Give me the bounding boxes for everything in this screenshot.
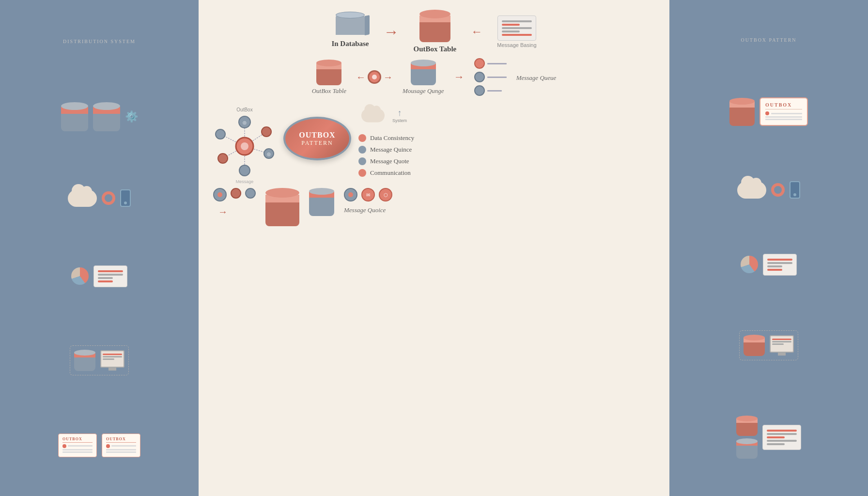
doc2-line3 <box>106 451 136 453</box>
right-pie-chart <box>741 256 758 273</box>
r-card-l2 <box>767 262 792 264</box>
msg-queue-label-1: Mousage Qunge <box>403 87 444 95</box>
r-card-l3 <box>767 265 782 267</box>
left-panel: DISTRIBUTION SYSTEM ⚙️ <box>0 0 199 496</box>
outbox-doc-2: OUTBOX <box>102 434 140 457</box>
left-panel-title: DISTRIBUTION SYSTEM <box>63 39 136 44</box>
center-top-row: In Database → OutBox Table ← Messag <box>213 10 655 53</box>
bottom-node-row <box>213 188 256 202</box>
center-cloud-icon <box>361 109 385 123</box>
bottom-queue-label: Message Quoice <box>344 206 386 214</box>
top-arrow-2: ← <box>471 25 482 38</box>
right-stack-db-1 <box>736 416 758 436</box>
left-db-1 <box>61 102 88 131</box>
q-circle-2 <box>474 72 485 82</box>
cloud-icon <box>68 190 97 207</box>
svg-point-12 <box>218 154 228 163</box>
rb-card-l1 <box>767 430 797 432</box>
db1-body <box>61 107 88 131</box>
right-panel-title: OUTBOX PATTERN <box>741 37 796 43</box>
card-line-3 <box>98 277 113 279</box>
outbox-table-top-section: OutBox Table <box>413 10 456 53</box>
up-arrow-section: ↑ System <box>392 108 407 123</box>
message-queue-mid-section: Mousage Qunge <box>403 60 444 95</box>
left-cloud-row <box>68 189 131 207</box>
doc2-line2 <box>106 449 136 450</box>
queue-row-3 <box>474 85 502 96</box>
rb-card-l3 <box>767 436 785 438</box>
r-monitor-line-3 <box>772 343 784 345</box>
doc1-line1 <box>68 445 93 447</box>
left-outbox-docs: OUTBOX OUTBOX <box>58 434 140 457</box>
msgq-body <box>411 63 436 85</box>
q-line-3 <box>487 90 502 92</box>
top-subtext: Message Basing <box>497 42 536 48</box>
node-ring-section: OutBox ◎ ◎ <box>213 107 276 184</box>
connector-inner <box>372 75 377 79</box>
queue-row-2 <box>474 72 507 82</box>
center-panel: In Database → OutBox Table ← Messag <box>199 0 669 496</box>
right-monitor-icon <box>770 335 794 353</box>
outbox-card-line-2 <box>765 116 802 118</box>
svg-text:◎: ◎ <box>267 152 271 156</box>
right-cloud-row <box>737 181 800 199</box>
bm-db-top <box>265 188 299 198</box>
right-monitor-screen <box>771 336 793 347</box>
outbox-table-mid-label: OutBox Table <box>312 87 346 95</box>
outbox-card-row-1 <box>765 111 802 115</box>
bottom-queue-section: ✉ ⬡ Message Quoice <box>344 188 392 214</box>
legend-dot-2 <box>358 146 366 154</box>
rb-card-l4 <box>767 440 797 442</box>
right-dashed-db <box>744 335 765 356</box>
mobile-icon <box>120 189 131 207</box>
outbox-card-row-3 <box>765 119 802 120</box>
r-card-l1 <box>767 259 792 261</box>
outbox-card-row-2 <box>765 116 802 118</box>
svg-point-11 <box>239 165 250 176</box>
outbox-pattern-ellipse: OUTBOX PATTERN <box>283 117 351 160</box>
center-flow-section: OutBox ◎ ◎ <box>213 102 655 184</box>
bq-node-3-icon: ⬡ <box>384 192 388 198</box>
bq-node-1-inner <box>348 192 353 197</box>
outbox-pattern-section: OUTBOX PATTERN <box>283 117 351 160</box>
in-database-label: In Database <box>331 40 369 48</box>
in-database-section: In Database <box>331 16 369 48</box>
right-cloud-icon <box>737 182 766 199</box>
right-legend-section: ↑ System Data Consistency Message Quince… <box>358 107 414 177</box>
r-card-l4 <box>767 269 782 271</box>
outbox-card-line-1 <box>771 113 802 114</box>
bottom-arrow: → <box>218 206 228 217</box>
bot-node-1-inner <box>217 192 222 197</box>
msg-queue-label-2: Message Queue <box>516 74 557 82</box>
monitor-icon <box>100 350 124 368</box>
box-side <box>365 15 370 35</box>
legend-item-2: Message Quince <box>358 146 414 154</box>
message-label-small: Message <box>236 179 254 184</box>
legend-text-4: Communication <box>370 169 411 177</box>
monitor-wrapper <box>100 350 124 371</box>
msg-queue-db <box>411 60 436 85</box>
bot-node-3 <box>245 188 256 199</box>
connector-section: ← → <box>356 70 393 84</box>
bottom-small-db-section <box>309 188 334 216</box>
monitor-line-1 <box>103 354 122 355</box>
legend-dot-1 <box>358 134 366 142</box>
card-line-4 <box>98 280 113 282</box>
left-list-card <box>93 265 127 287</box>
monitor-screen <box>101 351 124 362</box>
right-outbox-card: OUTBOX <box>760 97 808 126</box>
right-outbox-card-header: OUTBOX <box>765 102 802 109</box>
q-circle-1 <box>474 58 485 69</box>
doc2-dot1 <box>106 444 110 448</box>
bq-node-2-icon: ✉ <box>366 192 370 198</box>
outbox-db-top <box>419 10 450 18</box>
doc2-line1 <box>111 445 136 447</box>
r-db1-body <box>729 102 755 126</box>
dashed-db-top <box>74 350 95 356</box>
mid-arrow-left: ← <box>356 72 366 83</box>
right-db-outbox-row: OUTBOX <box>729 97 808 126</box>
gear-icon: ⚙️ <box>125 110 138 123</box>
right-db-1 <box>729 98 755 126</box>
outbox-table-db <box>419 10 450 42</box>
right-monitor-wrapper <box>770 335 794 356</box>
